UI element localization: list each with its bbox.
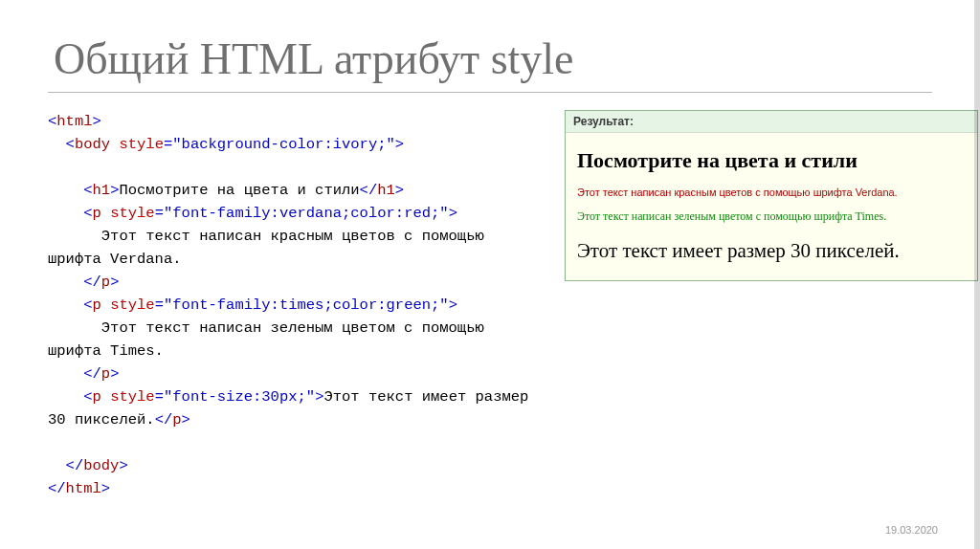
val-p1-style: "font-family:verdana;color:red;": [164, 205, 449, 222]
content-row: <html> <body style="background-color:ivo…: [48, 110, 932, 500]
tag-h1-open: h1: [93, 182, 111, 199]
slide: Общий HTML атрибут style <html> <body st…: [0, 0, 980, 549]
result-big-line: Этот текст имеет размер 30 пикселей.: [577, 239, 966, 263]
tag-p1-open: p: [93, 205, 101, 222]
h1-text: Посмотрите на цвета и стили: [119, 182, 359, 199]
tag-body: body: [75, 136, 110, 153]
result-green-line: Этот текст написан зеленым цветом с помо…: [577, 209, 966, 224]
slide-right-shadow: [974, 0, 980, 549]
tag-html: html: [56, 113, 92, 130]
p2-text: Этот текст написан зеленым цветом с помо…: [48, 319, 493, 360]
code-block: <html> <body style="background-color:ivo…: [48, 110, 546, 500]
val-p3-style: "font-size:30px;": [164, 388, 315, 406]
slide-title: Общий HTML атрибут style: [54, 33, 932, 84]
result-box: Результат: Посмотрите на цвета и стили Э…: [565, 110, 978, 281]
title-underline: [48, 92, 932, 93]
result-body: Посмотрите на цвета и стили Этот текст н…: [566, 133, 977, 280]
result-h1: Посмотрите на цвета и стили: [577, 148, 966, 173]
attr-style: style: [119, 136, 164, 153]
result-red-line: Этот текст написан красным цветов с помо…: [577, 187, 966, 198]
tag-h1-close: h1: [377, 182, 395, 199]
footer-date: 19.03.2020: [885, 524, 938, 536]
p1-text: Этот текст написан красным цветов с помо…: [48, 228, 493, 268]
result-header: Результат:: [566, 111, 977, 133]
val-body-style: "background-color:ivory;": [172, 136, 395, 153]
val-p2-style: "font-family:times;color:green;": [164, 296, 449, 314]
result-pane: Результат: Посмотрите на цвета и стили Э…: [565, 110, 978, 500]
